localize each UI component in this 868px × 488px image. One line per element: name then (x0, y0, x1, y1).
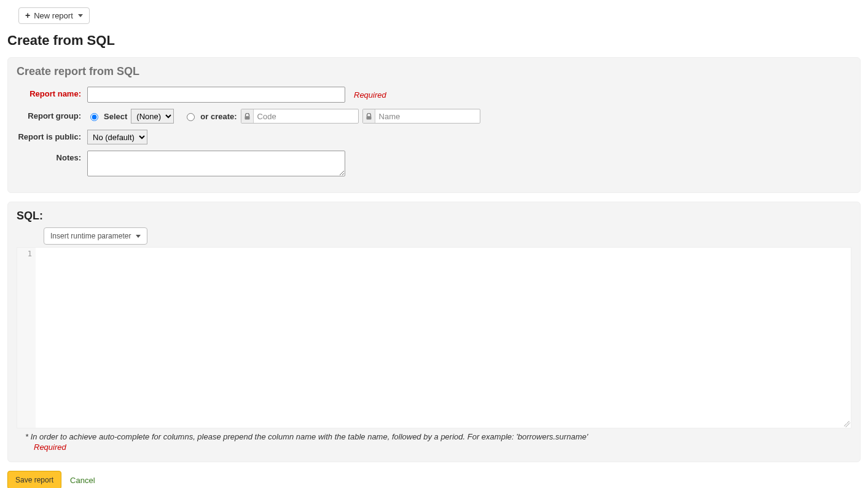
caret-down-icon (78, 14, 83, 17)
report-public-label: Report is public: (17, 130, 87, 141)
new-report-button[interactable]: New report (18, 7, 90, 24)
report-name-label: Report name: (17, 87, 87, 98)
insert-runtime-parameter-button[interactable]: Insert runtime parameter (44, 227, 147, 245)
notes-textarea[interactable] (87, 151, 345, 176)
svg-rect-0 (244, 116, 249, 120)
sql-required: Required (34, 443, 851, 452)
group-name-wrapper (362, 109, 480, 124)
notes-label: Notes: (17, 151, 87, 162)
group-code-wrapper (241, 109, 359, 124)
lock-icon (363, 109, 375, 123)
new-report-label: New report (34, 11, 73, 20)
cancel-link[interactable]: Cancel (70, 476, 95, 485)
report-name-required: Required (354, 90, 386, 100)
editor-gutter: 1 (17, 248, 36, 428)
report-public-select[interactable]: No (default) (87, 130, 147, 144)
report-group-select-radio[interactable] (90, 113, 98, 121)
report-group-select[interactable]: (None) (131, 109, 174, 124)
report-name-input[interactable] (87, 87, 345, 103)
lock-icon (241, 109, 254, 123)
sql-editor[interactable]: 1 (17, 247, 851, 428)
sql-hint: * In order to achieve auto-complete for … (25, 432, 851, 441)
caret-down-icon (136, 235, 141, 238)
sql-panel: SQL: Insert runtime parameter 1 * In ord… (7, 202, 861, 462)
page-title: Create from SQL (7, 33, 861, 49)
save-report-button[interactable]: Save report (7, 471, 61, 488)
sql-code-area[interactable] (36, 248, 851, 428)
report-group-create-label: or create: (200, 112, 237, 121)
group-name-input[interactable] (375, 109, 480, 123)
sql-legend: SQL: (17, 210, 851, 222)
insert-runtime-parameter-label: Insert runtime parameter (50, 232, 131, 240)
report-group-select-label: Select (104, 112, 127, 121)
report-group-label: Report group: (17, 109, 87, 120)
form-panel: Create report from SQL Report name: Requ… (7, 57, 861, 193)
resize-handle-icon[interactable] (844, 421, 850, 427)
form-legend: Create report from SQL (17, 65, 851, 78)
svg-rect-1 (366, 116, 371, 120)
group-code-input[interactable] (254, 109, 358, 123)
report-group-create-radio[interactable] (187, 113, 195, 121)
plus-icon (25, 11, 30, 20)
gutter-line-1: 1 (17, 250, 32, 258)
